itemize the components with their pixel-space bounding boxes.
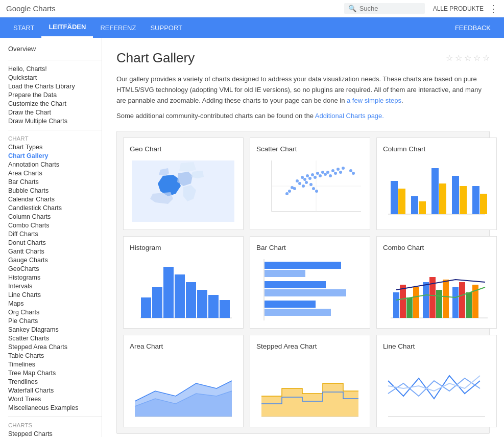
svg-rect-70 — [393, 292, 399, 318]
sidebar-link-line[interactable]: Line Charts — [8, 291, 102, 298]
svg-rect-73 — [413, 287, 419, 318]
sidebar-link-customize[interactable]: Customize the Chart — [8, 100, 102, 107]
svg-point-18 — [314, 176, 317, 179]
sidebar-link-histograms[interactable]: Histograms — [8, 274, 102, 281]
sidebar-link-stepped[interactable]: Stepped Charts — [8, 430, 102, 437]
svg-point-34 — [342, 167, 345, 170]
svg-rect-51 — [472, 186, 479, 214]
chart-grid: Geo Chart — [116, 131, 490, 434]
sidebar-link-chart-gallery[interactable]: Chart Gallery — [8, 152, 102, 159]
sidebar-link-gantt[interactable]: Gantt Charts — [8, 248, 102, 255]
sidebar-link-combo[interactable]: Combo Charts — [8, 222, 102, 229]
chart-card-line[interactable]: Line Chart — [376, 335, 497, 427]
sidebar-link-bar[interactable]: Bar Charts — [8, 178, 102, 186]
sidebar-link-intervals[interactable]: Intervals — [8, 283, 102, 290]
chart-card-histogram-title: Histogram — [130, 244, 237, 251]
sidebar-link-geo[interactable]: GeoCharts — [8, 265, 102, 272]
nav-leitfaden[interactable]: LEITFÄDEN — [41, 17, 93, 38]
chart-card-scatter[interactable]: Scatter Chart — [250, 137, 370, 230]
chart-card-combo[interactable]: Combo Chart — [376, 236, 497, 329]
chart-card-stepped-area[interactable]: Stepped Area Chart — [250, 335, 370, 427]
svg-rect-43 — [391, 181, 398, 214]
svg-point-20 — [319, 174, 322, 177]
svg-rect-76 — [436, 290, 442, 318]
svg-point-41 — [352, 172, 355, 175]
chart-card-column-title: Column Chart — [383, 145, 490, 153]
svg-point-35 — [312, 187, 315, 190]
star-5[interactable]: ☆ — [483, 53, 490, 63]
svg-point-32 — [337, 168, 340, 171]
svg-rect-57 — [175, 274, 185, 318]
svg-rect-79 — [459, 282, 465, 318]
svg-point-15 — [306, 174, 309, 177]
sidebar-link-draw-multiple[interactable]: Draw Multiple Charts — [8, 118, 102, 125]
search-icon: 🔍 — [348, 5, 356, 12]
sidebar-link-misc[interactable]: Miscellaneous Examples — [8, 404, 102, 411]
svg-rect-55 — [152, 287, 162, 318]
svg-rect-68 — [265, 309, 331, 316]
star-1[interactable]: ☆ — [446, 53, 453, 63]
star-2[interactable]: ☆ — [455, 53, 462, 63]
sidebar-link-wordtrees[interactable]: Word Trees — [8, 396, 102, 403]
svg-point-21 — [321, 171, 324, 174]
sidebar-link-diff[interactable]: Diff Charts — [8, 231, 102, 238]
chart-card-area[interactable]: Area Chart — [123, 335, 244, 427]
sidebar-link-area[interactable]: Area Charts — [8, 170, 102, 177]
svg-point-14 — [303, 178, 306, 181]
nav-start[interactable]: START — [6, 17, 41, 38]
sidebar-link-donut[interactable]: Donut Charts — [8, 239, 102, 246]
svg-point-29 — [329, 174, 332, 177]
additional-charts-link[interactable]: Additional Charts page. — [315, 112, 384, 120]
sidebar-link-quickstart[interactable]: Quickstart — [8, 74, 102, 81]
sidebar-item-overview[interactable]: Overview — [8, 45, 102, 53]
sidebar-link-sankey[interactable]: Sankey Diagrams — [8, 326, 102, 333]
svg-rect-64 — [265, 270, 305, 277]
sidebar-link-waterfall[interactable]: Waterfall Charts — [8, 387, 102, 394]
nav-support[interactable]: SUPPORT — [143, 17, 189, 38]
svg-point-25 — [309, 183, 313, 186]
svg-point-19 — [316, 172, 319, 175]
star-3[interactable]: ☆ — [464, 53, 471, 63]
sidebar-link-pie[interactable]: Pie Charts — [8, 317, 102, 325]
sidebar-link-bubble[interactable]: Bubble Charts — [8, 187, 102, 194]
nav-referenz[interactable]: REFERENZ — [93, 17, 143, 38]
star-4[interactable]: ☆ — [473, 53, 481, 63]
sidebar-link-gauge[interactable]: Gauge Charts — [8, 257, 102, 264]
sidebar-link-org[interactable]: Org Charts — [8, 309, 102, 316]
sidebar-link-calendar[interactable]: Calendar Charts — [8, 196, 102, 203]
nav-feedback[interactable]: FEEDBACK — [448, 24, 498, 32]
search-wrap[interactable]: 🔍 — [344, 3, 425, 14]
sidebar-link-scatter[interactable]: Scatter Charts — [8, 335, 102, 342]
sidebar-link-hello[interactable]: Hello, Charts! — [8, 65, 102, 73]
svg-rect-50 — [460, 186, 467, 214]
chart-card-geo[interactable]: Geo Chart — [123, 137, 244, 230]
svg-rect-54 — [141, 297, 151, 318]
all-products-link[interactable]: ALLE PRODUKTE — [433, 5, 484, 12]
svg-rect-52 — [480, 194, 487, 214]
chart-card-area-title: Area Chart — [130, 342, 237, 350]
search-input[interactable] — [359, 5, 421, 12]
simple-steps-link[interactable]: a few simple steps — [347, 97, 401, 104]
svg-rect-78 — [452, 287, 459, 318]
svg-rect-46 — [419, 201, 426, 214]
chart-card-column[interactable]: Column Chart — [376, 137, 497, 230]
svg-rect-74 — [423, 282, 429, 318]
sidebar-link-maps[interactable]: Maps — [8, 300, 102, 307]
sidebar-link-chart-types[interactable]: Chart Types — [8, 144, 102, 151]
chart-card-histogram[interactable]: Histogram — [123, 236, 244, 329]
more-options-icon[interactable]: ⋮ — [489, 3, 498, 14]
sidebar-link-timelines[interactable]: Timelines — [8, 361, 102, 368]
sidebar-link-load[interactable]: Load the Charts Library — [8, 83, 102, 90]
sidebar-link-candlestick[interactable]: Candlestick Charts — [8, 204, 102, 212]
sidebar-link-column[interactable]: Column Charts — [8, 213, 102, 220]
star-rating[interactable]: ☆ ☆ ☆ ☆ ☆ — [446, 53, 490, 63]
sidebar-link-treemap[interactable]: Tree Map Charts — [8, 370, 102, 377]
sidebar-link-annotation[interactable]: Annotation Charts — [8, 161, 102, 168]
sidebar-link-prepare[interactable]: Prepare the Data — [8, 91, 102, 99]
sidebar-link-stepped-area[interactable]: Stepped Area Charts — [8, 343, 102, 351]
sidebar-link-table[interactable]: Table Charts — [8, 352, 102, 359]
sidebar-link-trendlines[interactable]: Trendlines — [8, 378, 102, 385]
chart-card-bar[interactable]: Bar Chart — [250, 236, 370, 329]
svg-point-16 — [308, 177, 311, 180]
sidebar-link-draw[interactable]: Draw the Chart — [8, 109, 102, 116]
